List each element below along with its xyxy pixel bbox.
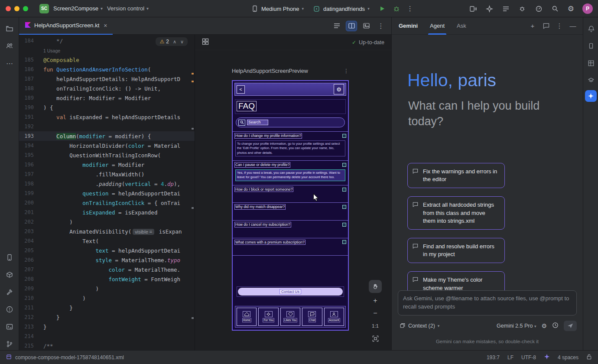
line-number[interactable]: 194 [19, 143, 34, 149]
next-issue-icon[interactable]: ∨ [180, 39, 184, 45]
user-avatar[interactable]: P [582, 3, 593, 14]
code-line[interactable]: 213} [19, 322, 195, 332]
code-line[interactable]: 193 Column(modifier = modifier) { [19, 131, 195, 141]
code-line[interactable]: 215/** [19, 341, 195, 350]
code-line[interactable]: 214 [19, 332, 195, 341]
preview-canvas[interactable]: HelpAndSupportScreenPreview ⋮ < ⚙ FAQ [195, 50, 391, 350]
line-number[interactable]: 207 [19, 266, 34, 273]
close-window-button[interactable] [6, 6, 11, 11]
line-number[interactable]: 184 [19, 38, 34, 44]
code-line[interactable]: 208 fontWeight = FontWeigh [19, 274, 195, 284]
panel-options-icon[interactable]: ⋮ [556, 22, 563, 30]
line-number[interactable]: 206 [19, 257, 34, 263]
code-line[interactable]: 204 Text( [19, 236, 195, 246]
editor-options-icon[interactable]: ⋮ [376, 21, 386, 31]
split-view-icon[interactable] [346, 21, 357, 31]
code-line[interactable]: 1 Usage [19, 46, 195, 55]
line-number[interactable]: 208 [19, 276, 34, 282]
code-line[interactable]: 187 helpAndSupportDetails: HelpAndSuppor… [19, 74, 195, 84]
code-line[interactable]: 194 HorizontalDivider(color = Material [19, 141, 195, 150]
faq-item[interactable]: Why did my match disappear? [233, 202, 348, 220]
nav-item-likes-you[interactable]: Likes You [280, 308, 300, 326]
gemini-settings-icon[interactable]: ⚙ [541, 323, 547, 329]
profiler-icon[interactable] [535, 5, 543, 13]
code-line[interactable]: 210 ) [19, 293, 195, 303]
tab-ask[interactable]: Ask [457, 17, 466, 35]
zoom-in-button[interactable]: + [370, 296, 380, 306]
code-line[interactable]: 195 QuestionWithTrailingIconRow( [19, 150, 195, 160]
build-icon[interactable] [5, 288, 14, 296]
terminal-icon[interactable] [5, 322, 14, 331]
line-number[interactable]: 204 [19, 238, 34, 244]
back-button[interactable]: < [237, 85, 245, 94]
line-number[interactable]: 205 [19, 247, 34, 254]
contact-us-button[interactable]: Contact Us [237, 286, 344, 297]
status-file-name[interactable]: compose-compose-model-1758748140651.xml [15, 354, 124, 361]
context-selector[interactable]: Context (2) [408, 323, 435, 329]
code-line[interactable]: 188 onTrailingIconClick: () -> Unit, [19, 84, 195, 93]
code-line[interactable]: 192 [19, 122, 195, 131]
code-line[interactable]: 203 AnimatedVisibility(visible = isExpan [19, 227, 195, 236]
faq-item[interactable]: How do I block or report someone? [233, 185, 348, 203]
line-number[interactable]: 198 [19, 181, 34, 187]
code-line[interactable]: 199 question = helpAndSupportDetai [19, 188, 195, 198]
line-number[interactable]: 191 [19, 114, 34, 120]
indent-setting[interactable]: 4 spaces [558, 354, 578, 361]
zoom-level-button[interactable]: 1:1 [370, 321, 380, 331]
device-explorer-icon[interactable] [5, 253, 14, 262]
expand-icon[interactable] [342, 240, 346, 244]
suggestion-card[interactable]: Extract all hardcoded strings from this … [407, 196, 505, 230]
zoom-out-button[interactable]: − [370, 309, 380, 318]
expand-icon[interactable] [342, 205, 346, 209]
hide-panel-icon[interactable]: — [569, 22, 577, 30]
line-number[interactable]: 201 [19, 209, 34, 215]
search-icon[interactable] [551, 5, 559, 13]
line-number[interactable]: 209 [19, 286, 34, 292]
app-quality-insights-icon[interactable] [518, 5, 526, 13]
suggestion-card[interactable]: Fix the warnings and errors in the edito… [407, 163, 505, 188]
line-separator[interactable]: LF [507, 354, 514, 361]
line-number[interactable]: 190 [19, 104, 34, 110]
line-number[interactable]: 213 [19, 324, 34, 330]
code-line[interactable]: 196 modifier = Modifier [19, 160, 195, 169]
device-mirroring-icon[interactable] [469, 5, 477, 13]
line-number[interactable]: 186 [19, 66, 34, 72]
preview-menu-icon[interactable]: ⋮ [344, 68, 349, 74]
code-line[interactable]: 197 .fillMaxWidth() [19, 169, 195, 179]
code-line[interactable]: 202 ) [19, 217, 195, 227]
code-line[interactable]: 191 val isExpanded = helpAndSupportDetai… [19, 112, 195, 122]
pan-tool-button[interactable] [369, 280, 382, 293]
faq-search-bar[interactable]: Search [236, 117, 345, 127]
error-stripe[interactable] [190, 35, 195, 350]
code-line[interactable]: 200 onTrailingIconClick = { onTrai [19, 198, 195, 208]
nav-item-home[interactable]: Home [237, 308, 257, 326]
code-editor[interactable]: ⚠2 ∧ ∨ 184 */1 Usage185@Composable186fun… [19, 35, 195, 350]
structure-view-icon[interactable] [332, 21, 342, 31]
minimize-window-button[interactable] [14, 6, 20, 11]
resource-manager-icon[interactable] [5, 42, 14, 50]
previous-issue-icon[interactable]: ∧ [173, 39, 176, 45]
build-variants-icon[interactable] [5, 270, 14, 279]
faq-item[interactable]: Can I pause or delete my profile? Yes, i… [233, 160, 348, 185]
code-line[interactable]: 205 text = helpAndSupportDetai [19, 246, 195, 255]
code-line[interactable]: 198 .padding(vertical = 4.dp), [19, 179, 195, 188]
problems-icon[interactable] [5, 305, 14, 314]
layout-inspector-icon[interactable] [587, 59, 595, 68]
device-manager-icon[interactable] [587, 42, 595, 50]
design-view-icon[interactable] [361, 21, 371, 31]
close-tab-icon[interactable]: × [104, 22, 107, 29]
file-encoding[interactable]: UTF-8 [521, 354, 536, 361]
line-number[interactable]: 212 [19, 314, 34, 320]
lock-icon[interactable] [586, 354, 592, 361]
code-line[interactable]: 201 isExpanded = isExpanded [19, 208, 195, 217]
line-number[interactable]: 185 [19, 57, 34, 63]
prompt-history-icon[interactable] [552, 322, 559, 330]
code-line[interactable]: 185@Composable [19, 55, 195, 65]
tab-agent[interactable]: Agent [430, 17, 445, 35]
gemini-sidebar-button[interactable] [585, 90, 597, 102]
version-control-icon[interactable] [5, 340, 14, 348]
faq-item[interactable]: How do I cancel my subscription? [233, 220, 348, 238]
notifications-bell-icon[interactable] [587, 24, 595, 33]
collapse-icon[interactable] [342, 163, 346, 167]
line-number[interactable]: 193 [19, 133, 34, 139]
